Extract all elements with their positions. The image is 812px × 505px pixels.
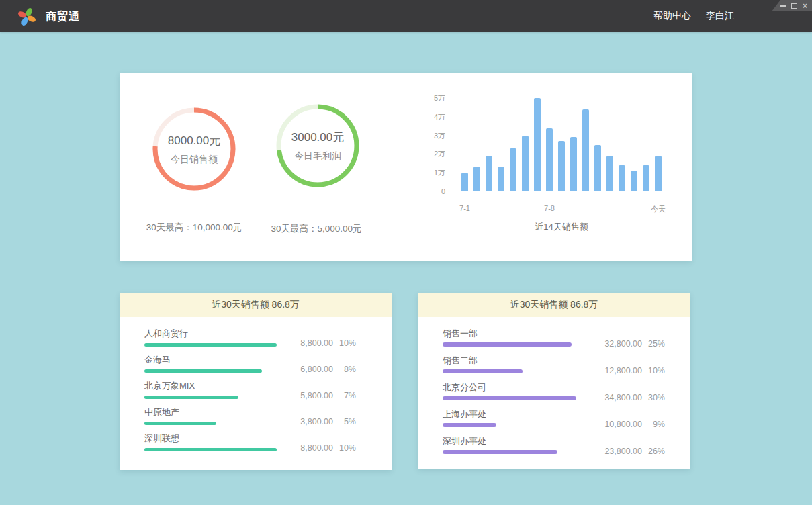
list-item[interactable]: 深圳联想 8,800.00 10% [144,434,392,460]
item-value: 32,800.00 25% [600,339,665,349]
x-tick-label: 7-1 [459,204,470,212]
item-bar [443,423,496,427]
daily-sales-bar[interactable] [643,165,649,191]
overview-card: 8000.00元 今日销售额 30天最高：10,000.00元 3000.00元… [120,73,692,261]
item-label: 北京分公司 [443,383,690,392]
item-percent: 10% [647,366,665,375]
titlebar-menu: 帮助中心 李白江 [653,0,734,32]
daily-sales-bar[interactable] [631,171,637,191]
today-profit-value: 3000.00元 [291,130,344,145]
item-bar [144,396,238,399]
y-tick-label: 5万 [405,93,445,103]
departments-sales-panel: 近30天销售额 86.8万 销售一部 32,800.00 25% 销售二部 12… [418,293,690,469]
help-center-link[interactable]: 帮助中心 [653,10,691,22]
item-value: 10,800.00 9% [600,420,665,429]
item-amount: 23,800.00 [600,447,642,456]
item-percent: 7% [339,391,356,400]
close-icon[interactable]: × [803,3,807,9]
item-value: 6,800.00 8% [291,365,356,374]
item-label: 中原地产 [144,408,392,417]
item-value: 8,800.00 10% [291,338,356,348]
item-percent: 9% [647,420,665,429]
item-bar [144,369,262,373]
item-percent: 26% [647,447,665,456]
daily-sales-bar[interactable] [486,156,492,191]
daily-sales-bar[interactable] [498,167,504,192]
user-name-link[interactable]: 李白江 [706,10,734,22]
item-amount: 34,800.00 [600,393,642,402]
profit-30day-high: 30天最高：5,000.00元 [236,223,397,235]
today-sales-donut: 8000.00元 今日销售额 [152,107,236,191]
daily-sales-bar[interactable] [461,173,468,191]
item-value: 8,800.00 10% [291,443,356,453]
app-title: 商贸通 [46,10,80,24]
list-item[interactable]: 中原地产 3,800.00 5% [144,408,392,434]
item-bar [443,450,557,454]
daily-sales-bar[interactable] [473,167,480,192]
app-logo-pinwheel-icon [18,6,36,26]
item-percent: 25% [647,339,665,349]
today-profit-donut: 3000.00元 今日毛利润 [276,104,359,187]
daily-sales-bars [461,98,662,191]
list-item[interactable]: 北京万象MIX 5,800.00 7% [144,381,392,408]
y-tick-label: 1万 [405,168,445,178]
daily-sales-bar[interactable] [522,136,529,191]
list-item[interactable]: 金海马 6,800.00 8% [144,355,392,381]
y-tick-label: 3万 [405,130,445,140]
list-item[interactable]: 深圳办事处 23,800.00 26% [443,437,690,463]
item-label: 上海办事处 [443,410,690,419]
daily-sales-bar[interactable] [594,145,601,192]
maximize-icon[interactable] [791,3,797,9]
item-value: 34,800.00 30% [600,393,665,402]
item-value: 3,800.00 5% [291,417,356,426]
item-label: 深圳办事处 [443,437,690,446]
item-amount: 6,800.00 [291,365,333,374]
item-percent: 8% [339,365,356,374]
list-item[interactable]: 销售二部 12,800.00 10% [443,356,690,383]
app-titlebar: 商贸通 帮助中心 李白江 × [0,0,812,32]
today-sales-label: 今日销售额 [171,154,218,166]
item-amount: 8,800.00 [291,338,333,348]
item-amount: 10,800.00 [600,420,642,429]
customers-sales-panel: 近30天销售额 86.8万 人和商贸行 8,800.00 10% 金海马 6,8… [120,293,392,470]
y-tick-label: 0 [405,187,445,195]
item-label: 销售二部 [443,356,690,365]
daily-sales-bar[interactable] [570,137,577,191]
item-label: 销售一部 [443,329,690,338]
item-bar [443,369,523,373]
x-tick-label: 今天 [651,204,666,214]
daily-sales-bar[interactable] [655,156,662,191]
daily-sales-bar[interactable] [558,141,565,191]
list-item[interactable]: 人和商贸行 8,800.00 10% [144,329,392,355]
list-item[interactable]: 北京分公司 34,800.00 30% [443,383,690,410]
item-label: 北京万象MIX [144,381,392,391]
item-label: 金海马 [144,355,392,365]
today-profit-label: 今日毛利润 [294,150,341,163]
window-controls: × [772,0,812,11]
item-amount: 12,800.00 [600,366,642,375]
daily-sales-bar[interactable] [582,109,589,191]
daily-sales-bar[interactable] [546,128,553,192]
item-amount: 3,800.00 [291,417,333,426]
daily-sales-bar[interactable] [510,148,516,191]
list-item[interactable]: 上海办事处 10,800.00 9% [443,410,690,437]
item-bar [144,448,277,451]
departments-list: 销售一部 32,800.00 25% 销售二部 12,800.00 10% 北京… [418,317,690,463]
daily-sales-bar[interactable] [534,98,541,191]
item-value: 5,800.00 7% [291,391,356,400]
item-label: 人和商贸行 [144,329,392,338]
item-bar [144,343,277,347]
list-item[interactable]: 销售一部 32,800.00 25% [443,329,690,356]
y-tick-label: 2万 [405,149,445,159]
customers-list: 人和商贸行 8,800.00 10% 金海马 6,800.00 8% 北京万象M… [120,317,392,460]
daily-sales-chart-title: 近14天销售额 [461,221,662,233]
departments-panel-title: 近30天销售额 86.8万 [418,293,690,317]
x-tick-label: 7-8 [544,204,555,212]
minimize-icon[interactable] [780,5,786,7]
today-sales-value: 8000.00元 [168,133,220,148]
item-amount: 32,800.00 [600,339,642,349]
daily-sales-bar[interactable] [606,156,613,191]
daily-sales-bar[interactable] [619,165,625,191]
customers-panel-title: 近30天销售额 86.8万 [120,293,392,317]
item-percent: 10% [339,338,356,348]
